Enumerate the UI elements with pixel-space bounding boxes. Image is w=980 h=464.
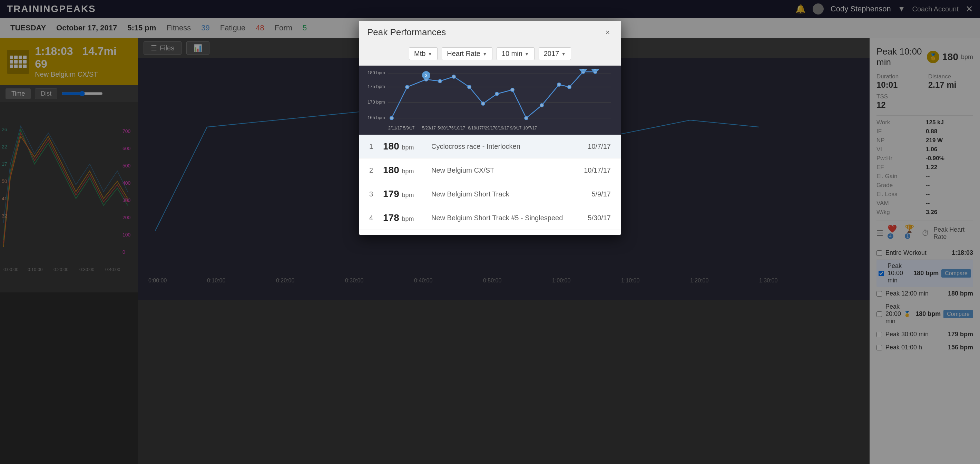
svg-point-47 — [540, 104, 544, 107]
svg-text:9/9/17: 9/9/17 — [510, 126, 522, 131]
svg-point-38 — [406, 85, 409, 89]
row-value: 178 bpm — [383, 212, 431, 223]
year-filter[interactable]: 2017 ▼ — [539, 47, 571, 60]
duration-dropdown-arrow: ▼ — [525, 51, 529, 57]
svg-text:2: 2 — [594, 69, 596, 70]
row-name: New Belgium Short Track — [431, 190, 570, 198]
row-rank: 1 — [369, 143, 383, 150]
modal-chart: 180 bpm 175 bpm 170 bpm 165 bpm — [359, 65, 621, 135]
year-filter-label: 2017 — [544, 50, 559, 57]
row-date: 5/30/17 — [570, 214, 611, 222]
modal-header: Peak Performances × — [359, 21, 621, 44]
metric-dropdown-arrow: ▼ — [482, 51, 487, 57]
svg-point-44 — [495, 92, 499, 96]
svg-point-40 — [438, 80, 442, 83]
row-date: 10/17/17 — [570, 166, 611, 174]
svg-text:7/29/17: 7/29/17 — [481, 126, 495, 131]
svg-point-45 — [511, 88, 514, 91]
modal-title: Peak Performances — [367, 27, 446, 38]
row-date: 10/7/17 — [570, 143, 611, 150]
svg-text:6/18/17: 6/18/17 — [468, 126, 482, 131]
svg-point-37 — [390, 116, 393, 120]
svg-point-49 — [568, 85, 571, 89]
modal-table-row[interactable]: 1180 bpmCyclocross race - Interlocken10/… — [359, 135, 621, 158]
year-dropdown-arrow: ▼ — [561, 51, 566, 57]
row-name: Cyclocross race - Interlocken — [431, 143, 570, 150]
modal-close-button[interactable]: × — [603, 27, 613, 38]
svg-text:8/19/17: 8/19/17 — [495, 126, 509, 131]
svg-text:5/9/17: 5/9/17 — [403, 126, 415, 131]
modal-table-row[interactable]: 3179 bpmNew Belgium Short Track5/9/17 — [359, 182, 621, 206]
sport-dropdown-arrow: ▼ — [428, 51, 433, 57]
row-date: 5/9/17 — [570, 190, 611, 198]
modal-chart-svg: 180 bpm 175 bpm 170 bpm 165 bpm — [366, 69, 614, 133]
svg-text:170 bpm: 170 bpm — [368, 99, 385, 105]
row-value: 180 bpm — [383, 141, 431, 152]
svg-text:6/10/17: 6/10/17 — [451, 126, 465, 131]
svg-text:3: 3 — [425, 73, 427, 78]
modal-table-row[interactable]: 4178 bpmNew Belgium Short Track #5 - Sin… — [359, 206, 621, 230]
row-name: New Belgium Short Track #5 - Singlespeed — [431, 214, 570, 222]
modal-filters: Mtb ▼ Heart Rate ▼ 10 min ▼ 2017 ▼ — [359, 44, 621, 65]
svg-text:165 bpm: 165 bpm — [368, 115, 385, 120]
svg-point-46 — [525, 116, 528, 120]
row-value: 179 bpm — [383, 188, 431, 199]
row-rank: 2 — [369, 166, 383, 174]
svg-text:10/7/17: 10/7/17 — [523, 126, 537, 131]
svg-text:5/30/17: 5/30/17 — [438, 126, 451, 131]
modal-table-row[interactable]: 5178 bpmNew Belgium Short Track #4 Singl… — [359, 230, 621, 235]
svg-text:180 bpm: 180 bpm — [368, 70, 385, 75]
svg-point-42 — [468, 85, 471, 89]
row-rank: 4 — [369, 214, 383, 222]
metric-filter-label: Heart Rate — [447, 50, 480, 57]
row-name: New Belgium CX/ST — [431, 166, 570, 174]
svg-text:1: 1 — [582, 69, 584, 70]
row-value: 180 bpm — [383, 165, 431, 176]
metric-filter[interactable]: Heart Rate ▼ — [442, 47, 492, 60]
svg-point-41 — [452, 75, 455, 78]
svg-point-48 — [557, 83, 561, 86]
duration-filter-label: 10 min — [502, 50, 522, 57]
sport-filter-label: Mtb — [414, 50, 425, 57]
svg-text:175 bpm: 175 bpm — [368, 84, 385, 89]
modal-table: 1180 bpmCyclocross race - Interlocken10/… — [359, 135, 621, 235]
svg-point-43 — [481, 102, 485, 105]
duration-filter[interactable]: 10 min ▼ — [496, 47, 535, 60]
row-rank: 3 — [369, 190, 383, 198]
peak-performances-modal: Peak Performances × Mtb ▼ Heart Rate ▼ 1… — [359, 21, 621, 235]
modal-table-row[interactable]: 2180 bpmNew Belgium CX/ST10/17/17 — [359, 158, 621, 182]
sport-filter[interactable]: Mtb ▼ — [409, 47, 438, 60]
svg-text:5/23/17: 5/23/17 — [422, 126, 436, 131]
svg-text:2/11/17: 2/11/17 — [388, 126, 402, 131]
modal-overlay: Peak Performances × Mtb ▼ Heart Rate ▼ 1… — [0, 0, 980, 464]
